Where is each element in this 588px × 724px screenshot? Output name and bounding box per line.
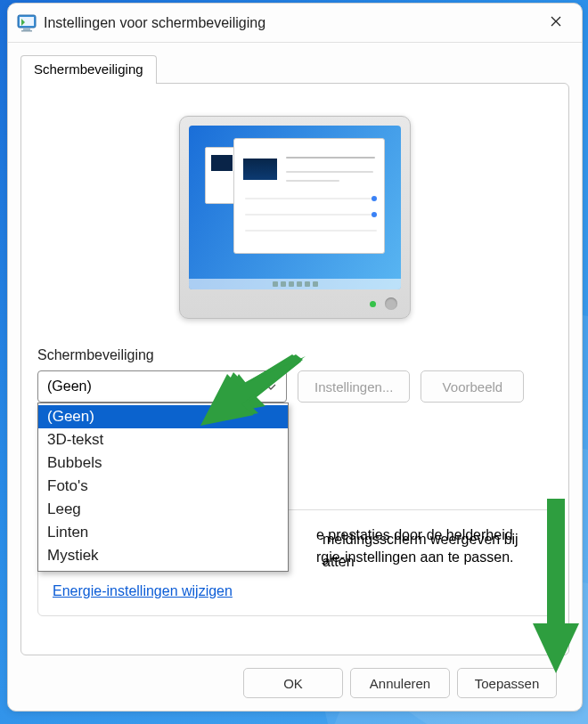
dropdown-option[interactable]: 3D-tekst <box>38 428 288 451</box>
dropdown-option[interactable]: Linten <box>38 521 288 544</box>
monitor-preview <box>37 116 552 319</box>
close-button[interactable] <box>537 10 575 37</box>
tabstrip: Schermbeveiliging <box>8 43 582 84</box>
dropdown-option[interactable]: Mystiek <box>38 544 288 567</box>
tab-panel: Schermbeveiliging (Geen) (Geen) 3D-tekst… <box>20 83 569 655</box>
screensaver-selected-value: (Geen) <box>47 378 92 395</box>
dropdown-option[interactable]: (Geen) <box>38 405 288 428</box>
cancel-button[interactable]: Annuleren <box>350 668 450 698</box>
svg-rect-2 <box>23 28 30 30</box>
ok-button[interactable]: OK <box>243 668 343 698</box>
monitor-led-icon <box>370 301 376 307</box>
dropdown-option[interactable]: Leeg <box>38 498 288 521</box>
titlebar: Instellingen voor schermbeveiliging <box>8 4 582 43</box>
settings-button[interactable]: Instellingen... <box>298 370 410 403</box>
screensaver-dropdown-list: (Geen) 3D-tekst Bubbels Foto's Leeg Lint… <box>37 403 289 572</box>
chevron-down-icon <box>265 380 277 393</box>
screensaver-settings-dialog: Instellingen voor schermbeveiliging Sche… <box>7 3 583 712</box>
preview-button[interactable]: Voorbeeld <box>421 370 524 403</box>
resume-lock-partial-text: meldingsscherm weergeven bijatten <box>323 529 519 574</box>
screensaver-icon <box>17 13 37 33</box>
screensaver-dropdown[interactable]: (Geen) (Geen) 3D-tekst Bubbels Foto's Le… <box>37 370 287 403</box>
close-icon <box>550 15 562 30</box>
screensaver-section-label: Schermbeveiliging <box>37 347 552 363</box>
window-title: Instellingen voor schermbeveiliging <box>44 15 537 31</box>
dropdown-option[interactable]: Foto's <box>38 475 288 498</box>
dropdown-option[interactable]: Bubbels <box>38 451 288 475</box>
apply-button[interactable]: Toepassen <box>457 668 557 698</box>
tab-screensaver[interactable]: Schermbeveiliging <box>20 55 157 84</box>
monitor-power-icon <box>385 297 397 310</box>
svg-rect-3 <box>21 30 32 32</box>
dialog-footer: OK Annuleren Toepassen <box>8 655 582 711</box>
energy-settings-link[interactable]: Energie-instellingen wijzigen <box>53 583 233 598</box>
